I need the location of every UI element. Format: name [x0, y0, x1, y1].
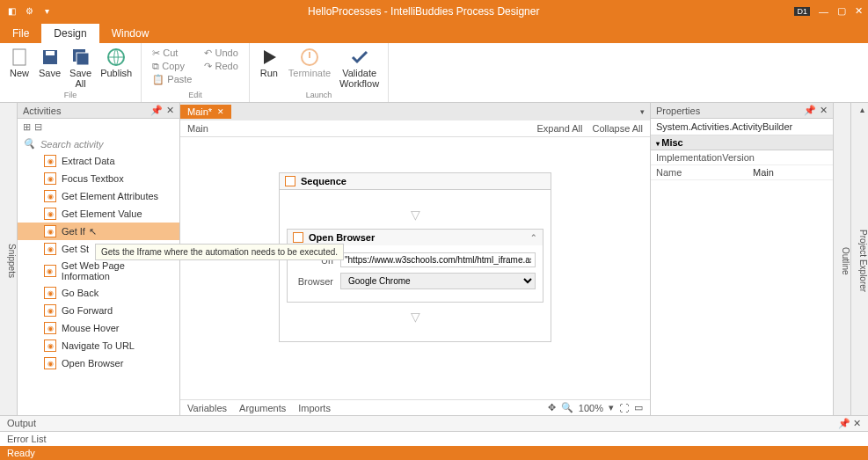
group-file-label: File	[64, 91, 77, 100]
menu-window[interactable]: Window	[99, 24, 162, 43]
activity-item[interactable]: ◉Go Forward	[18, 302, 179, 319]
properties-type: System.Activities.ActivityBuilder	[651, 119, 833, 135]
activity-item[interactable]: ◉Mouse Hover	[18, 319, 179, 337]
search-icon: 🔍	[23, 138, 35, 150]
validate-button[interactable]: Validate Workflow	[336, 45, 383, 91]
publish-button[interactable]: Publish	[97, 45, 135, 80]
cut-button[interactable]: ✂ Cut	[150, 47, 193, 60]
expand-tree-icon[interactable]: ⊞	[23, 121, 31, 133]
url-input[interactable]	[340, 252, 536, 267]
property-row[interactable]: Name Main	[651, 165, 833, 180]
activity-item-selected[interactable]: ◉Get If↖	[18, 223, 179, 240]
activity-item[interactable]: ◉Get Web Page Information	[18, 258, 179, 284]
window-badge: D1	[794, 7, 810, 16]
menu-file[interactable]: File	[0, 24, 41, 43]
close-panel-icon[interactable]: ✕	[820, 105, 828, 116]
ribbon: New Save Save All Publish File ✂ Cut ⧉ C…	[0, 43, 868, 103]
properties-category[interactable]: Misc	[651, 135, 833, 150]
open-browser-icon	[293, 232, 303, 243]
undo-button[interactable]: ↶ Undo	[202, 47, 239, 60]
svg-rect-0	[13, 49, 26, 65]
publish-label: Publish	[100, 68, 132, 78]
activity-icon: ◉	[44, 340, 56, 352]
activity-item[interactable]: ◉Focus Textbox	[18, 170, 179, 187]
overview-icon[interactable]: ▭	[634, 402, 643, 413]
fit-icon[interactable]: ⛶	[619, 403, 629, 413]
doc-tabs-menu-icon[interactable]: ▾	[635, 107, 650, 116]
app-icon: ◧	[5, 5, 18, 18]
activity-item[interactable]: ◉Get Element Value	[18, 205, 179, 223]
arguments-tab[interactable]: Arguments	[239, 403, 286, 413]
menu-design[interactable]: Design	[41, 24, 98, 43]
doc-tab[interactable]: Main* ✕	[180, 105, 231, 119]
collapse-tree-icon[interactable]: ⊟	[34, 121, 42, 133]
open-browser-activity[interactable]: Open Browser ⌃ Url Browser Google Chrome	[287, 229, 543, 303]
pin-icon[interactable]: 📌	[150, 105, 163, 116]
close-panel-icon[interactable]: ✕	[853, 418, 861, 428]
drop-target-icon[interactable]: ▽	[287, 303, 543, 331]
zoom-dropdown-icon[interactable]: ▾	[609, 402, 614, 413]
activity-item[interactable]: ◉Get Element Attributes	[18, 187, 179, 205]
svg-rect-2	[46, 51, 55, 55]
imports-tab[interactable]: Imports	[298, 403, 331, 413]
activity-item[interactable]: ◉Extract Data	[18, 152, 179, 170]
sequence-header[interactable]: Sequence	[279, 172, 551, 190]
save-button[interactable]: Save	[35, 45, 64, 80]
breadcrumb[interactable]: Main	[187, 123, 208, 134]
browser-select[interactable]: Google Chrome	[340, 273, 536, 289]
errorlist-panel[interactable]: Error List	[0, 431, 868, 446]
property-value[interactable]	[748, 150, 833, 164]
doc-tab-label: Main*	[187, 106, 212, 117]
project-explorer-tab[interactable]: Project Explorer	[850, 103, 868, 415]
close-icon[interactable]: ✕	[855, 5, 863, 17]
activity-item[interactable]: ◉Go Back	[18, 284, 179, 302]
tooltip: Gets the Iframe where the automation nee…	[95, 244, 344, 260]
pan-icon[interactable]: ✥	[548, 402, 556, 413]
cursor-icon: ↖	[89, 226, 97, 237]
redo-button[interactable]: ↷ Redo	[202, 60, 239, 73]
outline-tab[interactable]: Outline	[833, 103, 850, 415]
variables-tab[interactable]: Variables	[187, 403, 227, 413]
collapse-icon[interactable]: ⌃	[530, 233, 537, 242]
activity-item[interactable]: ◉Open Browser	[18, 354, 179, 372]
property-row[interactable]: ImplementationVersion	[651, 150, 833, 165]
canvas[interactable]: Sequence ▽ Open Browser ⌃ Url	[180, 137, 650, 399]
search-input[interactable]: Search activity	[40, 139, 104, 150]
activity-item[interactable]: ◉Navigate To URL	[18, 337, 179, 354]
save-all-button[interactable]: Save All	[66, 45, 95, 91]
pin-icon[interactable]: 📌	[838, 418, 850, 428]
gear-icon[interactable]: ⚙	[23, 5, 35, 18]
expand-all-link[interactable]: Expand All	[536, 123, 582, 134]
copy-button[interactable]: ⧉ Copy	[150, 60, 193, 73]
collapse-all-link[interactable]: Collapse All	[593, 123, 643, 134]
paste-button[interactable]: 📋 Paste	[150, 73, 193, 86]
run-button[interactable]: Run	[255, 45, 283, 80]
snippets-tab[interactable]: Snippets	[0, 103, 18, 415]
new-label: New	[10, 68, 29, 78]
terminate-button[interactable]: Terminate	[285, 45, 334, 80]
close-panel-icon[interactable]: ✕	[166, 105, 174, 116]
dropdown-icon[interactable]: ▾	[40, 5, 53, 18]
doc-tab-close-icon[interactable]: ✕	[217, 107, 224, 116]
zoom-value[interactable]: 100%	[579, 403, 603, 413]
save-label: Save	[39, 68, 61, 78]
output-panel[interactable]: Output 📌 ✕	[0, 415, 868, 431]
ribbon-collapse-icon[interactable]: ▴	[860, 105, 864, 114]
property-key: Name	[651, 165, 748, 179]
svg-rect-7	[309, 52, 310, 58]
activity-icon: ◉	[44, 172, 56, 185]
properties-title: Properties	[656, 106, 700, 116]
properties-panel: Properties 📌 ✕ System.Activities.Activit…	[650, 103, 833, 415]
drop-target-icon[interactable]: ▽	[287, 201, 543, 229]
activity-icon: ◉	[44, 265, 56, 277]
new-button[interactable]: New	[5, 45, 33, 80]
terminate-label: Terminate	[288, 68, 331, 78]
activity-icon: ◉	[44, 357, 56, 369]
restore-icon[interactable]: ▢	[837, 5, 846, 17]
minimize-icon[interactable]: —	[819, 6, 828, 17]
zoom-icon[interactable]: 🔍	[561, 402, 573, 413]
pin-icon[interactable]: 📌	[804, 105, 816, 116]
property-value[interactable]: Main	[748, 165, 833, 179]
activities-title: Activities	[23, 106, 61, 116]
activity-icon: ◉	[44, 304, 56, 317]
